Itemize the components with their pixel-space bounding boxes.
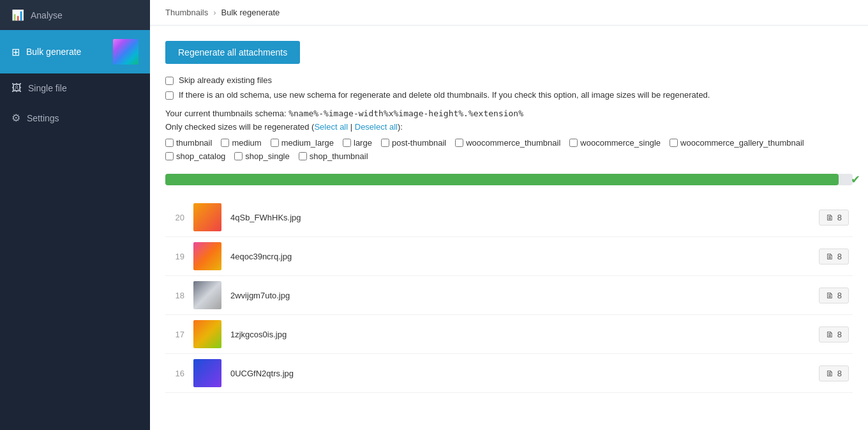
file-count-number: 8: [837, 213, 842, 222]
select-all-link[interactable]: Select all: [314, 122, 348, 132]
size-item-woocommerce_single: woocommerce_single: [569, 138, 661, 148]
progress-check-icon: ✔: [851, 173, 860, 187]
file-number: 20: [169, 213, 184, 222]
file-thumbnail: [193, 281, 221, 309]
progress-bar-fill: [165, 174, 839, 185]
size-item-shop_catalog: shop_catalog: [165, 151, 225, 161]
file-name: 4eqoc39ncrq.jpg: [230, 252, 810, 261]
file-number: 18: [169, 291, 184, 300]
file-icon: 🗎: [826, 252, 834, 261]
sizes-sep: |: [348, 122, 355, 132]
file-icon: 🗎: [826, 330, 834, 339]
deselect-all-link[interactable]: Deselect all: [355, 122, 398, 132]
old-schema-checkbox[interactable]: [165, 91, 174, 100]
progress-bar-container: ✔: [165, 174, 853, 185]
sidebar-item-bulk-generate[interactable]: ⊞ Bulk generate: [0, 30, 150, 73]
old-schema-row: If there is an old schema, use new schem…: [165, 90, 853, 100]
size-checkbox-medium_large[interactable]: [271, 139, 279, 147]
size-checkbox-shop_thumbnail[interactable]: [299, 152, 307, 160]
file-icon: 🗎: [826, 213, 834, 222]
sidebar-item-single-file[interactable]: 🖼 Single file: [0, 73, 150, 103]
size-item-woocommerce_thumbnail: woocommerce_thumbnail: [455, 138, 560, 148]
size-item-shop_thumbnail: shop_thumbnail: [299, 151, 368, 161]
analyse-icon: 📊: [11, 9, 24, 21]
file-count-badge: 🗎8: [819, 249, 849, 265]
sizes-end: ):: [398, 122, 403, 132]
file-icon: 🗎: [826, 291, 834, 300]
old-schema-label: If there is an old schema, use new schem…: [179, 90, 710, 100]
file-count-number: 8: [837, 291, 842, 300]
file-name: 2wvijgm7uto.jpg: [230, 291, 810, 300]
file-count-badge: 🗎8: [819, 365, 849, 381]
file-count-badge: 🗎8: [819, 326, 849, 342]
table-row: 194eqoc39ncrq.jpg🗎8: [165, 237, 853, 276]
breadcrumb-current: Bulk regenerate: [221, 8, 280, 17]
content-area: Regenerate all attachments Skip already …: [150, 26, 868, 430]
size-checkbox-large[interactable]: [343, 139, 351, 147]
size-checkbox-medium[interactable]: [221, 139, 229, 147]
skip-existing-checkbox[interactable]: [165, 77, 174, 85]
skip-existing-row: Skip already existing files: [165, 75, 853, 85]
file-list: 204qSb_FWhHKs.jpg🗎8194eqoc39ncrq.jpg🗎818…: [165, 198, 853, 393]
size-label-large: large: [354, 138, 372, 148]
schema-prefix: Your current thumbnails schema:: [165, 109, 288, 118]
size-checkbox-shop_single[interactable]: [234, 152, 243, 160]
file-thumbnail: [193, 359, 221, 387]
size-label-shop_thumbnail: shop_thumbnail: [310, 151, 368, 161]
sidebar-item-settings[interactable]: ⚙ Settings: [0, 103, 150, 133]
size-label-shop_single: shop_single: [245, 151, 289, 161]
size-item-large: large: [343, 138, 372, 148]
file-number: 16: [169, 369, 184, 378]
sidebar-item-label: Settings: [27, 113, 59, 123]
file-name: 1zjkgcos0is.jpg: [230, 330, 810, 339]
regenerate-all-button[interactable]: Regenerate all attachments: [165, 41, 300, 64]
file-thumbnail: [193, 242, 221, 270]
size-label-medium_large: medium_large: [281, 138, 334, 148]
size-checkbox-shop_catalog[interactable]: [165, 152, 174, 160]
size-label-thumbnail: thumbnail: [176, 138, 212, 148]
file-name: 4qSb_FWhHKs.jpg: [230, 213, 810, 222]
size-label-shop_catalog: shop_catalog: [176, 151, 225, 161]
size-item-shop_single: shop_single: [234, 151, 289, 161]
size-checkbox-woocommerce_gallery_thumbnail[interactable]: [670, 139, 678, 147]
file-thumbnail: [193, 203, 221, 231]
sidebar-item-analyse[interactable]: 📊 Analyse: [0, 0, 150, 30]
breadcrumb: Thumbnails › Bulk regenerate: [150, 0, 868, 26]
sidebar-thumbnail: [113, 39, 138, 65]
sizes-label: Only checked sizes will be regenerated (…: [165, 122, 853, 132]
skip-existing-label: Skip already existing files: [179, 75, 272, 85]
sizes-container: thumbnailmediummedium_largelargepost-thu…: [165, 138, 853, 161]
single-file-icon: 🖼: [11, 82, 22, 94]
table-row: 204qSb_FWhHKs.jpg🗎8: [165, 198, 853, 237]
size-checkbox-thumbnail[interactable]: [165, 139, 174, 147]
bulk-generate-icon: ⊞: [11, 46, 20, 58]
table-row: 160UCGfN2qtrs.jpg🗎8: [165, 354, 853, 393]
file-count-number: 8: [837, 330, 842, 339]
size-item-medium_large: medium_large: [271, 138, 334, 148]
file-count-badge: 🗎8: [819, 210, 849, 226]
size-label-medium: medium: [232, 138, 261, 148]
size-checkbox-woocommerce_single[interactable]: [569, 139, 578, 147]
size-label-woocommerce_gallery_thumbnail: woocommerce_gallery_thumbnail: [680, 138, 804, 148]
size-label-woocommerce_thumbnail: woocommerce_thumbnail: [466, 138, 560, 148]
file-thumbnail: [193, 320, 221, 348]
size-item-post-thumbnail: post-thumbnail: [381, 138, 446, 148]
breadcrumb-separator: ›: [213, 8, 216, 17]
sidebar: 📊 Analyse ⊞ Bulk generate 🖼 Single file …: [0, 0, 150, 430]
sidebar-item-label: Bulk generate: [26, 47, 81, 57]
size-checkbox-woocommerce_thumbnail[interactable]: [455, 139, 463, 147]
file-number: 19: [169, 252, 184, 261]
breadcrumb-parent: Thumbnails: [165, 8, 208, 17]
file-count-number: 8: [837, 252, 842, 261]
table-row: 171zjkgcos0is.jpg🗎8: [165, 315, 853, 354]
settings-icon: ⚙: [11, 112, 20, 124]
sidebar-item-label: Analyse: [31, 10, 63, 20]
size-checkbox-post-thumbnail[interactable]: [381, 139, 389, 147]
main-content: Thumbnails › Bulk regenerate Regenerate …: [150, 0, 868, 430]
table-row: 182wvijgm7uto.jpg🗎8: [165, 276, 853, 315]
file-name: 0UCGfN2qtrs.jpg: [230, 369, 810, 378]
size-label-woocommerce_single: woocommerce_single: [580, 138, 661, 148]
schema-value: %name%-%image-width%x%image-height%.%ext…: [288, 109, 523, 118]
schema-text: Your current thumbnails schema: %name%-%…: [165, 109, 853, 118]
size-item-woocommerce_gallery_thumbnail: woocommerce_gallery_thumbnail: [670, 138, 804, 148]
